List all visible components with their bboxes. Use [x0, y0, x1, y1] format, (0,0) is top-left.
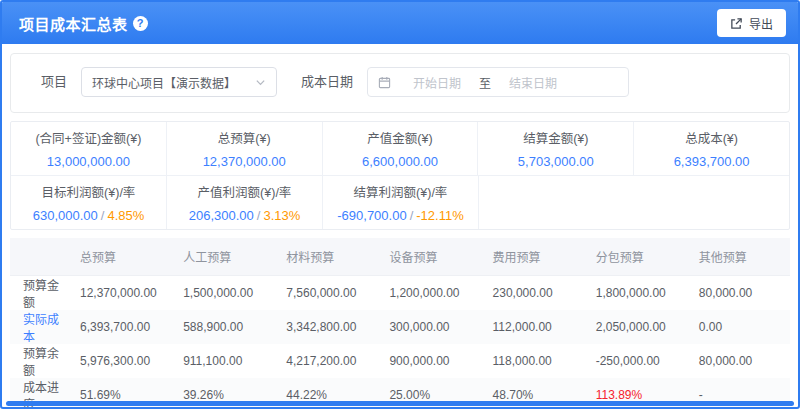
summary-card-value: 12,370,000.00 — [203, 154, 286, 169]
summary-card-value: 206,300.00/3.13% — [189, 208, 301, 223]
summary-card: 总成本(¥)6,393,700.00 — [634, 122, 789, 175]
summary-cards: (合同+签证)金额(¥)13,000,000.00总预算(¥)12,370,00… — [10, 121, 790, 230]
export-button-label: 导出 — [749, 15, 773, 32]
summary-card-value: 6,393,700.00 — [674, 154, 750, 169]
column-header: 设备预算 — [377, 238, 480, 275]
column-header: 分包预算 — [584, 238, 687, 275]
table-cell: 900,000.00 — [377, 344, 480, 378]
table-cell: 80,000.00 — [687, 344, 790, 378]
project-cost-summary-page: 项目成本汇总表 ? 导出 项目 环球中心项目【演示数据】 — [0, 0, 800, 409]
column-header: 人工预算 — [171, 238, 274, 275]
table-cell: 1,500,000.00 — [171, 275, 274, 310]
table-cell: 4,217,200.00 — [274, 344, 377, 378]
table-cell: 1,200,000.00 — [377, 275, 480, 310]
summary-card: (合同+签证)金额(¥)13,000,000.00 — [11, 122, 167, 175]
summary-card: 结算金额(¥)5,703,000.00 — [478, 122, 634, 175]
summary-card-value: 630,000.00/4.85% — [33, 208, 145, 223]
table-cell: 0.00 — [687, 310, 790, 344]
table-cell: 5,976,300.00 — [68, 344, 171, 378]
summary-card-value: -690,700.00/-12.11% — [337, 208, 464, 223]
table-cell: 3,342,800.00 — [274, 310, 377, 344]
row-label: 预算金额 — [10, 275, 68, 310]
table-cell: -250,000.00 — [584, 344, 687, 378]
table-cell: 1,800,000.00 — [584, 275, 687, 310]
rate-separator: / — [407, 208, 417, 223]
project-select-value: 环球中心项目【演示数据】 — [92, 74, 236, 91]
table-cell: 300,000.00 — [377, 310, 480, 344]
summary-row-1: (合同+签证)金额(¥)13,000,000.00总预算(¥)12,370,00… — [11, 122, 789, 175]
date-range-input[interactable]: 开始日期 至 结束日期 — [367, 67, 629, 97]
table-row: 预算金额12,370,000.001,500,000.007,560,000.0… — [10, 275, 790, 310]
table-cell: 588,900.00 — [171, 310, 274, 344]
table-header-row: 总预算人工预算材料预算设备预算费用预算分包预算其他预算 — [10, 238, 790, 275]
summary-card-label: 目标利润额(¥)/率 — [42, 182, 136, 201]
summary-card-value: 5,703,000.00 — [518, 154, 594, 169]
summary-card: 产值金额(¥)6,600,000.00 — [323, 122, 479, 175]
summary-card-label: (合同+签证)金额(¥) — [35, 128, 141, 147]
cost-date-filter-label: 成本日期 — [301, 67, 353, 97]
table-cell: 112,000.00 — [481, 310, 584, 344]
table-cell: 7,560,000.00 — [274, 275, 377, 310]
table-cell: 6,393,700.00 — [68, 310, 171, 344]
summary-row-2: 目标利润额(¥)/率630,000.00/4.85%产值利润额(¥)/率206,… — [11, 175, 789, 229]
summary-card-label: 产值利润额(¥)/率 — [198, 182, 292, 201]
horizontal-scrollbar[interactable] — [6, 401, 794, 406]
row-label: 实际成本 — [10, 310, 68, 344]
column-header: 总预算 — [68, 238, 171, 275]
table-cell: 12,370,000.00 — [68, 275, 171, 310]
column-header: 费用预算 — [481, 238, 584, 275]
chevron-down-icon — [255, 77, 266, 88]
end-date-placeholder: 结束日期 — [491, 74, 575, 91]
export-button[interactable]: 导出 — [717, 9, 786, 37]
column-header: 其他预算 — [687, 238, 790, 275]
summary-empty-cell — [479, 176, 789, 229]
column-header — [10, 238, 68, 275]
help-icon[interactable]: ? — [133, 16, 148, 31]
table-row: 预算余额5,976,300.00911,100.004,217,200.0090… — [10, 344, 790, 378]
filter-bar: 项目 环球中心项目【演示数据】 成本日期 开始 — [10, 53, 790, 113]
rate-separator: / — [98, 208, 108, 223]
summary-card-value: 13,000,000.00 — [47, 154, 130, 169]
calendar-icon — [378, 76, 391, 89]
table-cell: 80,000.00 — [687, 275, 790, 310]
column-header: 材料预算 — [274, 238, 377, 275]
budget-table: 总预算人工预算材料预算设备预算费用预算分包预算其他预算 预算金额12,370,0… — [10, 238, 790, 409]
table-cell: 118,000.00 — [481, 344, 584, 378]
summary-card-label: 结算金额(¥) — [523, 128, 588, 147]
summary-card-rate: 4.85% — [107, 208, 144, 223]
date-range-separator: 至 — [479, 74, 491, 91]
table-cell: 911,100.00 — [171, 344, 274, 378]
table-cell: 2,050,000.00 — [584, 310, 687, 344]
project-select[interactable]: 环球中心项目【演示数据】 — [81, 67, 277, 97]
project-filter-label: 项目 — [41, 67, 67, 97]
page-title: 项目成本汇总表 — [19, 13, 128, 34]
page-header: 项目成本汇总表 ? 导出 — [2, 2, 798, 44]
summary-card-label: 总成本(¥) — [685, 128, 738, 147]
rate-separator: / — [254, 208, 264, 223]
summary-card-rate: -12.11% — [416, 208, 463, 223]
export-icon — [730, 17, 743, 30]
summary-card: 目标利润额(¥)/率630,000.00/4.85% — [11, 176, 167, 229]
table-cell: 230,000.00 — [481, 275, 584, 310]
row-label: 预算余额 — [10, 344, 68, 378]
summary-card: 产值利润额(¥)/率206,300.00/3.13% — [167, 176, 323, 229]
summary-card-label: 产值金额(¥) — [367, 128, 432, 147]
start-date-placeholder: 开始日期 — [395, 74, 479, 91]
summary-card-label: 总预算(¥) — [218, 128, 271, 147]
summary-card-label: 结算利润额(¥)/率 — [354, 182, 448, 201]
summary-card-rate: 3.13% — [263, 208, 300, 223]
summary-card-value: 6,600,000.00 — [362, 154, 438, 169]
summary-card: 结算利润额(¥)/率-690,700.00/-12.11% — [323, 176, 479, 229]
summary-card: 总预算(¥)12,370,000.00 — [167, 122, 323, 175]
table-row: 实际成本6,393,700.00588,900.003,342,800.0030… — [10, 310, 790, 344]
